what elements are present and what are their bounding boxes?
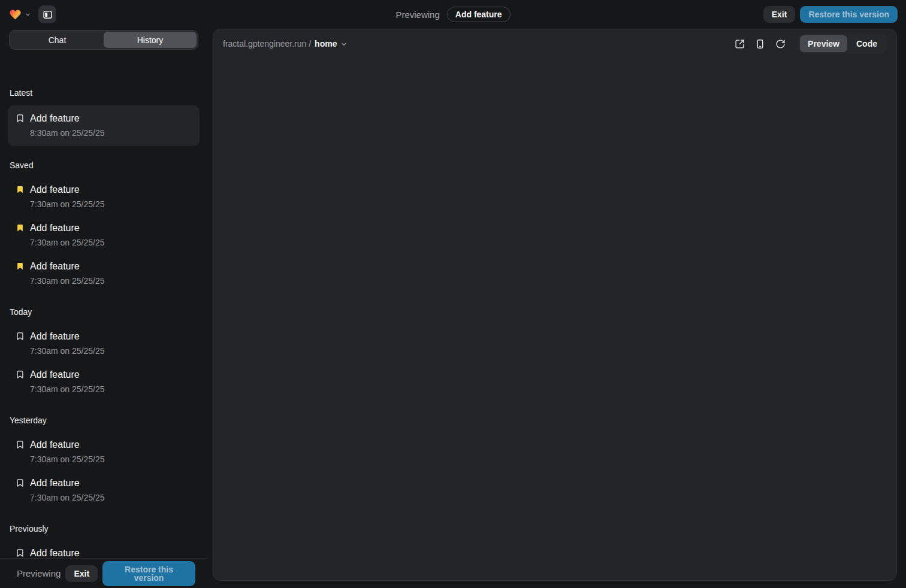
bookmark-icon[interactable]	[16, 478, 25, 487]
history-section-title: Today	[10, 307, 198, 317]
chevron-down-icon	[340, 41, 348, 48]
preview-toolbar: fractal.gptengineer.run / home	[213, 29, 896, 58]
history-item-title: Add feature	[30, 260, 105, 273]
tab-code[interactable]: Code	[848, 35, 885, 52]
history-item[interactable]: Add feature 7:30am on 25/25/25	[0, 541, 207, 558]
tab-preview[interactable]: Preview	[800, 35, 847, 52]
sidebar-footer: Previewing Exit Restore this version	[0, 558, 207, 588]
history-item[interactable]: Add feature 7:30am on 25/25/25	[0, 254, 207, 293]
footer-previewing-label: Previewing	[17, 568, 61, 578]
history-section-title: Previously	[10, 524, 198, 534]
lovable-heart-logo-icon	[8, 8, 22, 21]
bookmark-icon[interactable]	[16, 114, 25, 123]
history-list: Latest Add feature 8:30am on 25/25/25 Sa…	[0, 79, 207, 558]
bookmark-icon[interactable]	[16, 440, 25, 449]
history-section: Yesterday Add feature 7:30am on 25/25/25…	[0, 416, 207, 510]
history-item-timestamp: 7:30am on 25/25/25	[30, 198, 105, 210]
bookmark-icon[interactable]	[16, 370, 25, 379]
bookmark-icon[interactable]	[16, 548, 25, 557]
bookmark-icon[interactable]	[16, 262, 25, 271]
restore-version-button[interactable]: Restore this version	[800, 6, 898, 23]
history-item-title: Add feature	[30, 547, 105, 558]
tab-chat[interactable]: Chat	[11, 32, 104, 48]
history-item-title: Add feature	[30, 368, 105, 381]
history-section: Latest Add feature 8:30am on 25/25/25	[0, 88, 207, 146]
preview-viewport	[213, 58, 896, 580]
history-section-title: Saved	[10, 160, 198, 170]
history-section: Today Add feature 7:30am on 25/25/25 Add…	[0, 307, 207, 401]
history-item-title: Add feature	[30, 112, 105, 125]
history-item[interactable]: Add feature 8:30am on 25/25/25	[8, 105, 200, 146]
footer-exit-button[interactable]: Exit	[65, 565, 98, 582]
history-section: Previously Add feature 7:30am on 25/25/2…	[0, 524, 207, 558]
history-item[interactable]: Add feature 7:30am on 25/25/25	[0, 216, 207, 254]
history-section-title: Yesterday	[10, 416, 198, 425]
preview-code-toggle: Preview Code	[798, 34, 887, 54]
history-item[interactable]: Add feature 7:30am on 25/25/25	[0, 178, 207, 216]
history-item-title: Add feature	[30, 183, 105, 196]
history-item-timestamp: 7:30am on 25/25/25	[30, 237, 105, 248]
exit-button[interactable]: Exit	[763, 6, 796, 23]
version-badge: Add feature	[447, 7, 511, 22]
chevron-down-icon	[25, 11, 31, 18]
history-item-timestamp: 7:30am on 25/25/25	[30, 345, 105, 357]
mobile-view-button[interactable]	[751, 35, 768, 52]
smartphone-icon	[755, 39, 765, 49]
history-item-title: Add feature	[30, 438, 105, 451]
history-item[interactable]: Add feature 7:30am on 25/25/25	[0, 325, 207, 363]
preview-panel: fractal.gptengineer.run / home	[213, 29, 897, 581]
history-item-timestamp: 7:30am on 25/25/25	[30, 383, 105, 395]
url-page: home	[315, 39, 337, 49]
history-section: Saved Add feature 7:30am on 25/25/25 Add…	[0, 160, 207, 293]
history-sidebar: Chat History Latest Add feature 8:30am o…	[0, 29, 207, 588]
history-item-title: Add feature	[30, 477, 105, 490]
history-item-timestamp: 7:30am on 25/25/25	[30, 492, 105, 504]
footer-restore-version-button[interactable]: Restore this version	[102, 561, 195, 586]
refresh-button[interactable]	[772, 35, 789, 52]
previewing-label: Previewing	[395, 10, 439, 20]
workspace-menu[interactable]	[8, 8, 31, 21]
history-item-timestamp: 8:30am on 25/25/25	[30, 127, 105, 139]
history-item-timestamp: 7:30am on 25/25/25	[30, 453, 105, 465]
external-link-icon	[735, 39, 745, 49]
history-item[interactable]: Add feature 7:30am on 25/25/25	[0, 433, 207, 471]
open-in-new-tab-button[interactable]	[731, 35, 748, 52]
panel-left-icon	[43, 10, 53, 20]
history-item-title: Add feature	[30, 330, 105, 343]
history-item[interactable]: Add feature 7:30am on 25/25/25	[0, 363, 207, 401]
tab-history[interactable]: History	[104, 32, 197, 48]
bookmark-icon[interactable]	[16, 185, 25, 194]
history-item-timestamp: 7:30am on 25/25/25	[30, 275, 105, 287]
refresh-icon	[775, 39, 786, 49]
route-selector[interactable]: fractal.gptengineer.run / home	[223, 39, 348, 49]
history-section-title: Latest	[10, 88, 198, 98]
history-item[interactable]: Add feature 7:30am on 25/25/25	[0, 471, 207, 510]
chat-history-tabs: Chat History	[9, 30, 198, 50]
top-bar: Previewing Add feature Exit Restore this…	[0, 0, 906, 29]
url-host: fractal.gptengineer.run /	[223, 39, 311, 49]
sidebar-toggle-button[interactable]	[38, 5, 56, 23]
bookmark-icon[interactable]	[16, 332, 25, 341]
bookmark-icon[interactable]	[16, 223, 25, 232]
history-item-title: Add feature	[30, 222, 105, 235]
